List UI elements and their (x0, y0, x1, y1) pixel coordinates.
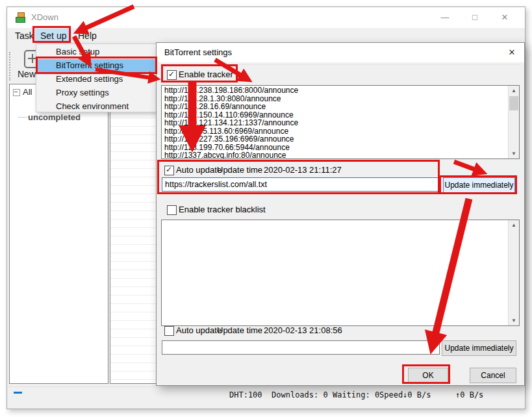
tracker-auto-update-label: Auto update (176, 165, 222, 175)
tracker-auto-update-checkbox[interactable] (164, 166, 174, 175)
tracker-url: http://1337.abcvg.info:80/announce (164, 151, 507, 159)
scroll-thumb[interactable] (509, 96, 518, 110)
enable-tracker-blacklist-checkbox[interactable] (167, 205, 177, 215)
task-tree-panel: All uncompleted (9, 84, 108, 384)
tracker-update-immediately-button[interactable]: Update immediately (443, 177, 515, 193)
bittorrent-settings-dialog: BitTorrent settings ✕ Enable tracker lis… (156, 42, 525, 386)
tracker-list-box[interactable]: http://104.238.198.186:8000/announce htt… (161, 85, 520, 159)
window-title: XDown (31, 12, 58, 22)
scroll-down-icon[interactable]: ▼ (509, 316, 519, 325)
menu-help[interactable]: Help (73, 29, 102, 44)
scroll-down-icon[interactable]: ▼ (509, 149, 519, 158)
tracker-list-scrollbar[interactable]: ▲ ▼ (508, 86, 519, 158)
ok-button[interactable]: OK (408, 368, 448, 383)
enable-tracker-list-checkbox[interactable] (167, 70, 177, 80)
tree-item-uncompleted[interactable]: uncompleted (28, 112, 81, 122)
menu-item-check-environment[interactable]: Check environment (37, 100, 174, 113)
tracker-url: http://125.227.35.196:6969/announce (164, 135, 507, 144)
enable-tracker-blacklist-label: Enable tracker blacklist (179, 205, 266, 214)
menu-item-bittorrent-settings[interactable]: BitTorrent settings (37, 59, 174, 72)
status-speed-up: ↑0 B/s (455, 390, 483, 399)
setup-dropdown-menu: Basic setup BitTorrent settings Extended… (36, 44, 157, 112)
status-link-dash[interactable] (14, 392, 22, 394)
menu-item-extended-settings[interactable]: Extended settings (37, 73, 174, 86)
dialog-title-bar: BitTorrent settings ✕ (157, 43, 524, 62)
scroll-up-icon[interactable]: ▲ (509, 86, 519, 95)
tracker-url: http://104.28.16.69/announce (164, 103, 507, 111)
dialog-title: BitTorrent settings (164, 47, 232, 57)
blacklist-update-time-value: 2020-02-13 21:08:56 (264, 325, 342, 335)
blacklist-update-immediately-button[interactable]: Update immediately (442, 340, 516, 356)
close-button[interactable]: ✕ (494, 8, 515, 27)
status-dht-downloads: DHT:100 Downloads: 0 Waiting: 0 (229, 390, 379, 399)
tracker-url: http://104.238.198.186:8000/announce (164, 86, 507, 95)
tracker-blacklist-box[interactable]: ▲ ▼ (161, 220, 520, 326)
app-icon (16, 12, 25, 22)
minimize-button[interactable]: — (435, 8, 455, 27)
tracker-update-time-label: Update time (217, 165, 262, 175)
toolbar-gripper (9, 52, 12, 81)
blacklist-auto-update-label: Auto update (176, 325, 222, 335)
tree-connector (18, 117, 27, 118)
tracker-url-input[interactable] (162, 177, 440, 192)
blacklist-scrollbar[interactable]: ▲ ▼ (508, 220, 519, 325)
tracker-url: http://109.121.134.121:1337/announce (164, 119, 507, 127)
blacklist-url-input[interactable] (162, 340, 440, 355)
scroll-up-icon[interactable]: ▲ (509, 220, 519, 230)
menu-setup[interactable]: Set up (35, 29, 71, 44)
tree-collapse-icon[interactable] (13, 89, 20, 96)
tree-item-all-label: All (23, 87, 32, 97)
status-bar: DHT:100 Downloads: 0 Waiting: 0 Speed↓0 … (7, 386, 525, 409)
cancel-button[interactable]: Cancel (470, 368, 516, 383)
title-bar: XDown — □ ✕ (7, 7, 525, 28)
tracker-update-time-value: 2020-02-13 21:11:27 (264, 165, 342, 175)
menu-item-basic-setup[interactable]: Basic setup (37, 45, 174, 58)
maximize-button[interactable]: □ (464, 8, 485, 27)
status-speed-down: Speed↓0 B/s (379, 390, 431, 399)
menu-item-proxy-settings[interactable]: Proxy settings (37, 86, 174, 99)
dialog-close-icon[interactable]: ✕ (503, 46, 520, 59)
screenshot-root: XDown — □ ✕ Task Set up Help New All unc… (0, 0, 532, 417)
blacklist-update-time-label: Update time (217, 325, 262, 335)
blacklist-auto-update-checkbox[interactable] (164, 326, 174, 336)
tree-item-all[interactable]: All (14, 87, 32, 97)
dialog-separator (160, 64, 520, 65)
enable-tracker-list-label: Enable tracker list (179, 70, 246, 79)
